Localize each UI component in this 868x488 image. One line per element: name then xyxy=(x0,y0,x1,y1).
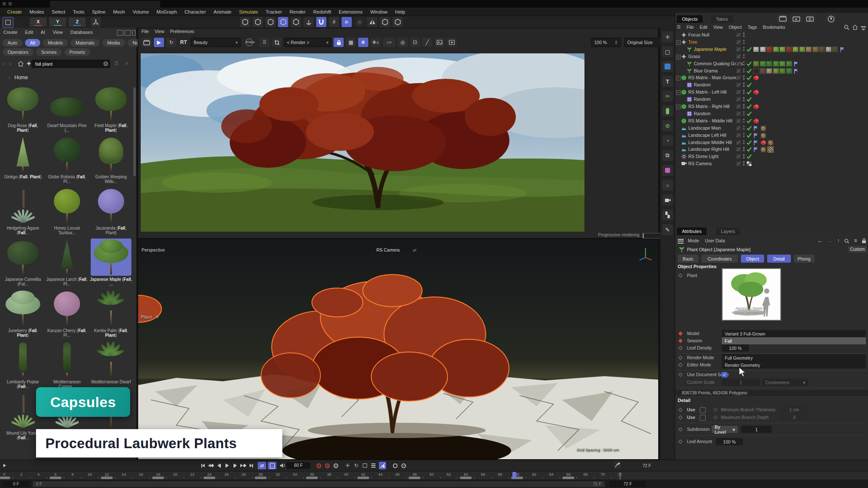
goto-end-button[interactable] xyxy=(248,462,255,469)
mirror-icon[interactable] xyxy=(367,17,377,27)
next-key-button[interactable] xyxy=(239,462,247,469)
freeze-button[interactable]: ❄ xyxy=(358,38,368,47)
disabled-tag-icon[interactable] xyxy=(768,147,773,152)
object-label[interactable]: Random xyxy=(694,111,711,116)
layer-dots-icon[interactable] xyxy=(743,33,745,37)
range-start-field[interactable]: 0 F xyxy=(3,481,30,487)
filter-materials[interactable]: Materials xyxy=(70,39,100,47)
hex-a-icon[interactable] xyxy=(392,17,403,27)
laubwerk-tag-icon[interactable] xyxy=(840,47,846,53)
edit-icon[interactable] xyxy=(736,104,741,109)
tab-objects[interactable]: Objects xyxy=(677,15,703,23)
attr-tab-phong[interactable]: Phong xyxy=(794,255,815,263)
restart-render-button[interactable]: ↻ xyxy=(166,38,176,47)
render-settings-button[interactable] xyxy=(804,14,816,23)
menu-character[interactable]: Character xyxy=(181,9,210,14)
zoom-level-spinner[interactable]: 100 %⇕ xyxy=(591,38,621,47)
edit-icon[interactable] xyxy=(736,126,741,130)
enabled-check-icon[interactable] xyxy=(746,140,752,145)
axis-mode-icon[interactable] xyxy=(278,17,288,27)
material-swatch[interactable] xyxy=(793,47,798,52)
attr-menu-user-data[interactable]: User Data xyxy=(705,238,725,243)
key-parameter-button[interactable] xyxy=(370,462,377,469)
object-row-random[interactable]: Random xyxy=(675,96,868,103)
asset-dog-rose[interactable]: Dog-Rose (Fall, Plant) xyxy=(2,85,44,133)
home-icon[interactable] xyxy=(852,25,858,30)
protractor-icon[interactable]: ◔ xyxy=(662,135,673,146)
pixel-grid-icon[interactable]: ⠿ xyxy=(259,38,270,47)
pla-button[interactable] xyxy=(392,462,399,469)
edit-icon[interactable] xyxy=(736,54,741,59)
object-row-rs-camera[interactable]: RS Camera xyxy=(675,160,868,167)
mat-tag-icon[interactable] xyxy=(760,133,766,139)
document-tab[interactable] xyxy=(50,1,160,8)
material-swatch[interactable] xyxy=(786,61,792,67)
search-icon[interactable] xyxy=(844,25,849,30)
asset-lombardy-poplar[interactable]: Lombardy Poplar (Fall... xyxy=(2,341,44,389)
asset-honey-locust-sunbur-[interactable]: Honey Locust 'Sunbur... xyxy=(46,187,88,235)
custom-scale-input[interactable]: 1 xyxy=(722,379,760,386)
menu-help[interactable]: Help xyxy=(391,9,409,14)
prev-key-button[interactable] xyxy=(207,462,214,469)
hex-o-icon[interactable] xyxy=(380,17,390,27)
display-tag-icon[interactable] xyxy=(746,161,752,166)
enabled-check-icon[interactable] xyxy=(746,154,752,159)
current-frame-field[interactable]: 60 F xyxy=(287,462,310,469)
rt-label[interactable]: RT xyxy=(178,38,189,47)
layer-dots-icon[interactable] xyxy=(743,133,745,138)
menu-render[interactable]: Render xyxy=(286,9,309,14)
enabled-check-icon[interactable] xyxy=(746,97,752,102)
object-row-rs-matrix-left-hill[interactable]: –RS Matrix - Left Hill xyxy=(675,89,868,96)
asset-japanese-larch[interactable]: Japanese Larch (Fall, Pl... xyxy=(46,238,88,286)
expander-icon[interactable]: – xyxy=(676,76,681,80)
keyframe-icon[interactable] xyxy=(679,339,683,343)
object-label[interactable]: RS Matrix - Main Ground xyxy=(688,75,737,80)
render-mode-dropdown[interactable]: Full Geometry xyxy=(722,354,866,361)
attr-tab-coordinates[interactable]: Coordinates xyxy=(701,255,738,263)
object-row-grass[interactable]: –Grass xyxy=(675,53,868,60)
object-label[interactable]: Landscape Left Hill xyxy=(688,133,726,138)
asset-japanese-camellia[interactable]: Japanese Camellia (Fal... xyxy=(2,238,44,286)
object-row-rs-matrix-right-hill[interactable]: –RS Matrix - Right Hill xyxy=(675,103,868,110)
region-render-icon[interactable]: ⊡ xyxy=(410,38,420,47)
menu-spline[interactable]: Spline xyxy=(88,9,109,14)
material-swatch[interactable] xyxy=(760,61,766,67)
object-row-tree[interactable]: –Tree xyxy=(675,39,868,46)
enabled-check-icon[interactable] xyxy=(746,104,752,109)
keyframe-clipboard-button[interactable] xyxy=(268,462,276,469)
object-row-rs-dome-light[interactable]: RS Dome Light xyxy=(675,153,868,160)
material-swatch[interactable] xyxy=(766,61,772,67)
panel-menu-icon[interactable]: ☰ xyxy=(677,25,681,30)
edit-icon[interactable] xyxy=(736,75,741,80)
use-document-scale-checkbox[interactable]: ✓ xyxy=(722,372,727,377)
menu-mesh[interactable]: Mesh xyxy=(109,9,129,14)
object-row-focus-null[interactable]: Focus Null xyxy=(675,31,868,39)
edit-icon[interactable] xyxy=(736,140,741,145)
cube-primitive-icon[interactable] xyxy=(662,61,673,72)
object-label[interactable]: RS Camera xyxy=(688,161,712,166)
asset-mediterranean-dwarf-[interactable]: Mediterranean Dwarf ... xyxy=(90,341,132,389)
edit-icon[interactable] xyxy=(736,133,741,138)
edit-icon[interactable] xyxy=(736,154,741,159)
snapshot-icon[interactable] xyxy=(142,38,152,47)
key-scale-button[interactable] xyxy=(361,462,368,469)
texture-mode-icon[interactable] xyxy=(265,17,275,27)
timeline-expand-icon[interactable] xyxy=(1,462,8,469)
object-label[interactable]: Random xyxy=(694,82,711,87)
asset-dwarf-mountain-pine[interactable]: Dwarf Mountain Pine (... xyxy=(46,85,88,133)
min-branch-thickness-input[interactable]: 1 cm xyxy=(780,406,808,413)
object-label[interactable]: Blue Grama xyxy=(694,68,718,73)
grid-icon[interactable]: # xyxy=(329,17,339,27)
range-end-field[interactable]: 72 F xyxy=(609,481,646,487)
layer-dots-icon[interactable] xyxy=(743,111,745,116)
dock-icon-2[interactable] xyxy=(125,30,131,36)
menu-tools[interactable]: Tools xyxy=(69,9,88,14)
generator-icon[interactable]: ⚙ xyxy=(662,120,673,131)
edit-icon[interactable] xyxy=(736,161,741,166)
redshift-icon[interactable] xyxy=(826,14,836,24)
object-row-random[interactable]: Random xyxy=(675,110,868,117)
leaf-amount-input[interactable]: 100 % xyxy=(716,438,743,445)
layer-dots-icon[interactable] xyxy=(743,69,745,73)
expander-icon[interactable]: – xyxy=(676,55,681,59)
object-row-landscape-main[interactable]: Landscape Main xyxy=(675,125,868,132)
